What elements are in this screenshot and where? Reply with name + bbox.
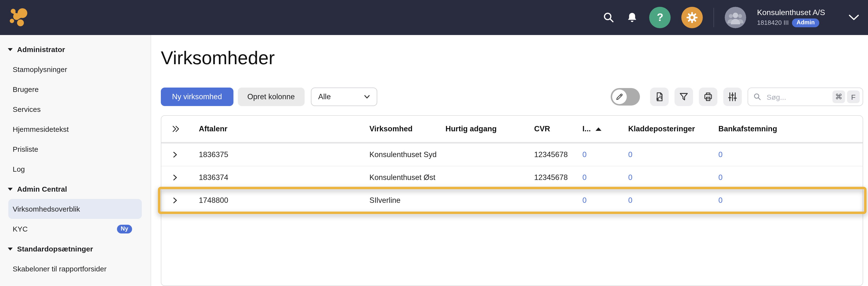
cell-virksomhed: Konsulenthuset Syd <box>369 150 445 159</box>
new-company-button[interactable]: Ny virksomhed <box>161 87 233 106</box>
table-row-highlighted[interactable]: 1748800 SIlverline 0 0 0 <box>161 189 863 212</box>
bankafstemning-link[interactable]: 0 <box>718 173 722 181</box>
sidebar-item-kyc[interactable]: KYC Ny <box>0 219 151 239</box>
edit-mode-toggle[interactable] <box>611 88 640 106</box>
chevron-down-icon <box>363 93 371 101</box>
main-content: Virksomheder Ny virksomhed Opret kolonne… <box>151 35 868 286</box>
column-header-hurtig-adgang[interactable]: Hurtig adgang <box>445 124 534 133</box>
sidebar-item-skabeloner[interactable]: Skabeloner til rapportforsider <box>0 259 151 279</box>
table-search: ⌘ F <box>748 87 863 106</box>
cmd-key-icon: ⌘ <box>832 91 845 103</box>
i-count-link[interactable]: 0 <box>582 150 587 158</box>
search-input[interactable] <box>766 92 832 101</box>
column-header-kladdeposteringer[interactable]: Kladdeposteringer <box>628 124 718 133</box>
table-row[interactable]: 1836375 Konsulenthuset Syd 12345678 0 0 … <box>161 143 863 166</box>
app-logo-icon <box>10 8 28 27</box>
new-feature-badge: Ny <box>117 224 132 233</box>
column-header-cvr[interactable]: CVR <box>534 124 582 133</box>
sidebar-section-standardopsaetninger[interactable]: Standardopsætninger <box>0 239 151 259</box>
row-expand-chevron-icon[interactable] <box>161 196 199 204</box>
expand-all-icon[interactable] <box>161 124 199 133</box>
sidebar-item-virksomhedsoverblik[interactable]: Virksomhedsoverblik <box>8 199 142 219</box>
filter-funnel-icon <box>678 92 689 102</box>
filter-select-value: Alle <box>318 93 331 101</box>
table-row[interactable]: 1836374 Konsulenthuset Øst 12345678 0 0 … <box>161 166 863 189</box>
row-expand-chevron-icon[interactable] <box>161 151 199 158</box>
account-menu[interactable]: Konsulenthuset A/S 1818420 III Admin <box>757 8 825 27</box>
export-file-icon <box>654 92 665 102</box>
section-collapse-icon <box>8 247 13 250</box>
section-collapse-icon <box>8 187 13 190</box>
cell-aftalenr: 1836374 <box>199 173 369 182</box>
account-avatar[interactable] <box>725 7 746 28</box>
sidebar-item-log[interactable]: Log <box>0 159 151 179</box>
cell-cvr: 12345678 <box>534 173 582 182</box>
settings-gear-button[interactable] <box>682 7 703 28</box>
topbar-divider <box>714 8 714 27</box>
table-empty-area <box>161 212 863 286</box>
search-icon[interactable] <box>602 11 615 24</box>
filter-select[interactable]: Alle <box>311 87 377 106</box>
page-title: Virksomheder <box>161 47 863 69</box>
kladdeposteringer-link[interactable]: 0 <box>628 150 632 158</box>
kladdeposteringer-link[interactable]: 0 <box>628 173 632 181</box>
screen: ? <box>0 0 868 286</box>
kladdeposteringer-link[interactable]: 0 <box>628 196 632 204</box>
search-icon <box>753 93 762 101</box>
topbar-actions: ? <box>602 7 860 28</box>
admin-role-badge: Admin <box>792 19 819 27</box>
bankafstemning-link[interactable]: 0 <box>718 150 722 158</box>
companies-table: Aftalenr Virksomhed Hurtig adgang CVR I.… <box>161 115 863 286</box>
sidebar-item-prisliste[interactable]: Prisliste <box>0 139 151 159</box>
cell-aftalenr: 1748800 <box>199 196 369 205</box>
row-expand-chevron-icon[interactable] <box>161 174 199 181</box>
column-header-virksomhed[interactable]: Virksomhed <box>369 124 445 133</box>
sidebar-item-hjemmesidetekst[interactable]: Hjemmesidetekst <box>0 119 151 139</box>
sort-ascending-icon <box>595 127 601 131</box>
column-header-bankafstemning[interactable]: Bankafstemning <box>718 124 863 133</box>
account-name: Konsulenthuset A/S <box>757 8 825 17</box>
print-button[interactable] <box>699 87 717 106</box>
sidebar-section-administrator[interactable]: Administrator <box>0 39 151 59</box>
topbar: ? <box>0 0 868 35</box>
cell-cvr: 12345678 <box>534 150 582 159</box>
i-count-link[interactable]: 0 <box>582 196 587 204</box>
bankafstemning-link[interactable]: 0 <box>718 196 722 204</box>
cell-virksomhed: SIlverline <box>369 196 445 205</box>
filter-button[interactable] <box>675 87 693 106</box>
sidebar: Administrator Stamoplysninger Brugere Se… <box>0 35 151 286</box>
sidebar-item-services[interactable]: Services <box>0 99 151 119</box>
account-chevron-down-icon[interactable] <box>847 13 860 22</box>
cell-aftalenr: 1836375 <box>199 150 369 159</box>
column-settings-button[interactable] <box>723 87 742 106</box>
sidebar-item-brugere[interactable]: Brugere <box>0 79 151 99</box>
i-count-link[interactable]: 0 <box>582 173 587 181</box>
sidebar-section-admin-central[interactable]: Admin Central <box>0 179 151 199</box>
table-header-row: Aftalenr Virksomhed Hurtig adgang CVR I.… <box>161 116 863 143</box>
section-collapse-icon <box>8 48 13 51</box>
export-file-button[interactable] <box>650 87 669 106</box>
column-header-aftalenr[interactable]: Aftalenr <box>199 124 369 133</box>
pencil-icon <box>612 90 627 104</box>
help-button[interactable]: ? <box>649 7 671 28</box>
sidebar-item-stamoplysninger[interactable]: Stamoplysninger <box>0 59 151 79</box>
sliders-icon <box>727 92 738 102</box>
notifications-bell-icon[interactable] <box>626 11 639 24</box>
account-number: 1818420 III <box>757 19 789 27</box>
printer-icon <box>703 92 713 102</box>
cell-virksomhed: Konsulenthuset Øst <box>369 173 445 182</box>
toolbar: Ny virksomhed Opret kolonne Alle <box>161 87 863 106</box>
column-header-i-sorted[interactable]: I... <box>582 124 628 133</box>
create-column-button[interactable]: Opret kolonne <box>238 87 305 106</box>
f-key-icon: F <box>847 91 860 103</box>
